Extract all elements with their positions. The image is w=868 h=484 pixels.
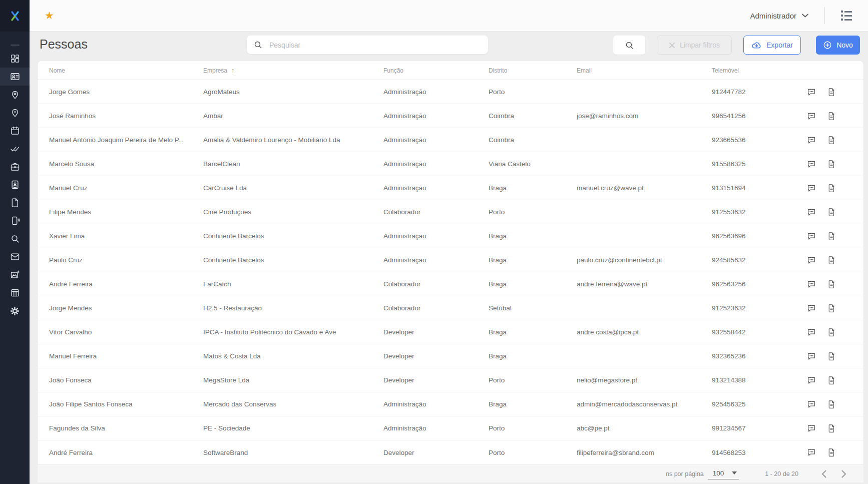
search-button[interactable] — [613, 36, 645, 55]
chat-bubble-icon[interactable] — [807, 328, 816, 337]
column-header-empresa[interactable]: Empresa↑ — [203, 67, 383, 74]
chat-bubble-icon[interactable] — [807, 88, 816, 97]
sidebar-item-mail[interactable] — [0, 248, 30, 266]
favorite-star-icon[interactable]: ★ — [45, 10, 54, 22]
table-row[interactable]: Filipe Mendes Cine Produções Colaborador… — [38, 200, 863, 224]
cell-distrito: Porto — [489, 208, 577, 216]
per-page-select[interactable]: 100 — [708, 468, 739, 479]
cell-telemovel: 913151694 — [712, 184, 801, 192]
list-menu-icon[interactable] — [841, 11, 852, 21]
document-icon[interactable] — [827, 208, 836, 217]
sidebar-item-calendar[interactable] — [0, 122, 30, 140]
document-icon[interactable] — [827, 376, 836, 385]
cell-email: abc@pe.pt — [577, 424, 712, 432]
table-row[interactable]: Xavier Lima Continente Barcelos Administ… — [38, 224, 863, 248]
sidebar-item-badge[interactable] — [0, 176, 30, 194]
document-icon[interactable] — [827, 160, 836, 169]
chat-bubble-icon[interactable] — [807, 400, 816, 409]
chat-bubble-icon[interactable] — [807, 112, 816, 121]
chat-bubble-icon[interactable] — [807, 208, 816, 217]
chat-bubble-icon[interactable] — [807, 424, 816, 433]
sidebar-collapse-handle[interactable] — [11, 45, 20, 46]
table-row[interactable]: Fagundes da Silva PE - Sociedade Adminis… — [38, 416, 863, 440]
cell-distrito: Braga — [489, 400, 577, 408]
cell-distrito: Braga — [489, 280, 577, 288]
table-row[interactable]: Jorge Mendes H2.5 - Restauração Colabora… — [38, 296, 863, 320]
cell-funcao: Developer — [383, 449, 489, 456]
column-header-nome[interactable]: Nome — [49, 67, 203, 74]
table-row[interactable]: Manuel Ferreira Matos & Costa Lda Develo… — [38, 344, 863, 368]
gear-icon — [10, 306, 20, 316]
document-icon[interactable] — [827, 304, 836, 313]
table-row[interactable]: João Fonseca MegaStore Lda Developer Por… — [38, 368, 863, 392]
cell-empresa: FarCatch — [203, 280, 383, 288]
chat-bubble-icon[interactable] — [807, 352, 816, 361]
table-row[interactable]: Vitor Carvalho IPCA - Instituto Politécn… — [38, 320, 863, 344]
sidebar-item-media[interactable] — [0, 266, 30, 284]
column-header-telemovel[interactable]: Telemóvel — [712, 67, 801, 74]
chat-bubble-icon[interactable] — [807, 376, 816, 385]
sidebar-item-calls[interactable] — [0, 212, 30, 230]
chat-bubble-icon[interactable] — [807, 160, 816, 169]
table-row[interactable]: José Raminhos Ambar Administração Coimbr… — [38, 104, 863, 128]
chat-bubble-icon[interactable] — [807, 448, 816, 457]
chevron-down-icon — [802, 14, 808, 18]
next-page-button[interactable] — [841, 470, 846, 478]
document-icon[interactable] — [827, 184, 836, 193]
search-input[interactable] — [269, 41, 481, 49]
column-header-distrito[interactable]: Distrito — [489, 67, 577, 74]
document-icon[interactable] — [827, 328, 836, 337]
sidebar-item-documents[interactable] — [0, 194, 30, 212]
column-header-funcao[interactable]: Função — [383, 67, 489, 74]
document-icon[interactable] — [827, 280, 836, 289]
sidebar-item-dashboard[interactable] — [0, 50, 30, 68]
table-row[interactable]: André Ferreira FarCatch Colaborador Brag… — [38, 272, 863, 296]
user-menu[interactable]: Administrador — [750, 12, 808, 20]
document-icon[interactable] — [827, 112, 836, 121]
sidebar-item-business[interactable] — [0, 158, 30, 176]
sidebar — [0, 0, 30, 484]
chat-bubble-icon[interactable] — [807, 232, 816, 241]
chat-bubble-icon[interactable] — [807, 136, 816, 145]
sidebar-item-contacts[interactable] — [0, 68, 30, 86]
document-icon[interactable] — [827, 448, 836, 457]
document-icon[interactable] — [827, 424, 836, 433]
dashboard-icon — [10, 54, 20, 64]
app-logo[interactable] — [0, 0, 30, 32]
document-icon[interactable] — [827, 232, 836, 241]
sidebar-item-table[interactable] — [0, 284, 30, 302]
table-row[interactable]: Marcelo Sousa BarcelClean Administração … — [38, 152, 863, 176]
cell-empresa: AgroMateus — [203, 88, 383, 96]
clear-filters-button[interactable]: Limpar filtros — [657, 36, 732, 55]
document-icon[interactable] — [827, 136, 836, 145]
main-content: Pessoas Limpar filtros Exportar Novo N — [30, 32, 868, 484]
document-icon[interactable] — [827, 88, 836, 97]
table-row[interactable]: André Ferreira SoftwareBrand Developer P… — [38, 440, 863, 464]
document-icon[interactable] — [827, 400, 836, 409]
table-row[interactable]: Manuel Cruz CarCruise Lda Administração … — [38, 176, 863, 200]
chat-bubble-icon[interactable] — [807, 304, 816, 313]
column-header-email[interactable]: Email — [577, 67, 712, 74]
cell-nome: João Filipe Santos Fonseca — [49, 400, 203, 408]
table-row[interactable]: Manuel António Joaquim Pereira de Melo P… — [38, 128, 863, 152]
previous-page-button[interactable] — [821, 470, 826, 478]
table-row[interactable]: João Filipe Santos Fonseca Mercado das C… — [38, 392, 863, 416]
magnifier-icon — [625, 41, 634, 50]
sidebar-item-tasks[interactable] — [0, 140, 30, 158]
sidebar-item-settings[interactable] — [0, 302, 30, 320]
document-icon[interactable] — [827, 256, 836, 265]
cell-funcao: Administração — [383, 232, 489, 240]
export-button[interactable]: Exportar — [743, 36, 801, 55]
chat-bubble-icon[interactable] — [807, 280, 816, 289]
table-row[interactable]: Paulo Cruz Continente Barcelos Administr… — [38, 248, 863, 272]
table-row[interactable]: Jorge Gomes AgroMateus Administração Por… — [38, 80, 863, 104]
sidebar-item-map-alt[interactable] — [0, 104, 30, 122]
document-icon[interactable] — [827, 352, 836, 361]
cell-nome: Jorge Mendes — [49, 304, 203, 312]
sidebar-item-search[interactable] — [0, 230, 30, 248]
sidebar-item-map[interactable] — [0, 86, 30, 104]
chat-bubble-icon[interactable] — [807, 256, 816, 265]
people-table: Nome Empresa↑ Função Distrito Email Tele… — [38, 61, 863, 464]
new-button[interactable]: Novo — [816, 36, 860, 55]
chat-bubble-icon[interactable] — [807, 184, 816, 193]
